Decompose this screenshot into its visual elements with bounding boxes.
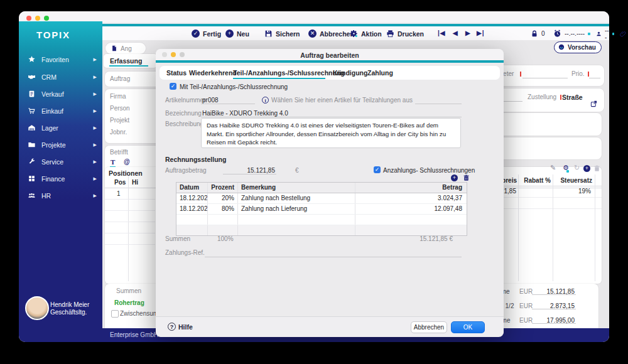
- header-datum[interactable]: Datum: [176, 183, 208, 193]
- at-icon[interactable]: @: [124, 158, 130, 165]
- col-hi[interactable]: Hi: [132, 179, 138, 186]
- tab-zahlung[interactable]: Zahlung: [367, 69, 393, 77]
- close-icon: ✕: [308, 29, 317, 38]
- ok-button[interactable]: OK: [451, 321, 485, 333]
- sidebar-item-einkauf[interactable]: Einkauf ▶: [19, 102, 102, 119]
- teilrechnung-checkbox[interactable]: ✓: [170, 83, 176, 90]
- chevron-right-icon: ▶: [94, 57, 97, 62]
- company-name: Enterprise GmbH: [110, 331, 158, 338]
- sichern-button[interactable]: Sichern: [264, 29, 300, 38]
- header-prozent[interactable]: Prozent: [208, 183, 238, 193]
- header-betrag[interactable]: Betrag: [355, 183, 465, 193]
- edit-pencil-icon[interactable]: ✎: [550, 164, 556, 172]
- drucken-button[interactable]: Drucken: [386, 29, 424, 38]
- sidebar-item-service[interactable]: Service ▶: [19, 153, 102, 170]
- col-pos[interactable]: Pos: [114, 179, 126, 186]
- payment-row[interactable]: 18.12.2024 80% Zahlung nach Lieferung 12…: [176, 204, 467, 215]
- printer-icon: [386, 29, 394, 38]
- chevron-right-icon: ▶: [94, 159, 97, 164]
- star-icon: [28, 55, 36, 63]
- tab-erfassung[interactable]: Erfassung: [110, 57, 142, 65]
- projekt-label: Projekt: [110, 117, 129, 124]
- fertig-button[interactable]: ✓ Fertig: [192, 29, 221, 38]
- payment-row[interactable]: 18.12.2024 20% Zahlung nach Bestellung 3…: [176, 193, 467, 204]
- sidebar-item-label: Service: [41, 158, 63, 166]
- help-circle-icon[interactable]: ?: [168, 323, 176, 331]
- beschreibung-field[interactable]: Das Haibike SDURO Trekking 4.0 ist eines…: [201, 118, 461, 148]
- sidebar-item-crm[interactable]: CRM ▶: [19, 68, 102, 85]
- tab-kuendigung[interactable]: Kündigung: [333, 69, 367, 77]
- summen-bg-label: Summen: [116, 287, 141, 294]
- neu-button[interactable]: + Neu: [225, 29, 249, 38]
- currency-label: EUR: [519, 317, 533, 324]
- attachments-status[interactable]: --: [620, 29, 628, 38]
- last-record-icon[interactable]: ▶|: [477, 29, 485, 36]
- abbrechen-toolbar-button[interactable]: ✕ Abbrechen: [308, 29, 354, 38]
- payment-row-empty[interactable]: [176, 215, 467, 225]
- auftragsbetrag-label: Auftragsbetrag: [165, 167, 207, 174]
- first-record-icon[interactable]: |◀: [438, 29, 446, 36]
- payment-row-empty[interactable]: [176, 225, 467, 235]
- info-icon[interactable]: i: [262, 97, 269, 104]
- artikel-hint: Wählen Sie hier einen Artikel für Teilza…: [271, 97, 413, 104]
- zustellung-label: Zustellung: [528, 94, 556, 100]
- external-link-icon[interactable]: [590, 100, 597, 107]
- vorschau-button[interactable]: Vorschau: [554, 41, 602, 53]
- tab-status[interactable]: Status: [166, 69, 187, 77]
- artikel-extra-field[interactable]: [415, 96, 462, 104]
- zahlungsref-label: Zahlungs-Ref.: [165, 249, 205, 256]
- add-circle-icon[interactable]: +: [583, 165, 590, 172]
- abbrechen-button[interactable]: Abbrechen: [411, 321, 447, 333]
- row-line: [105, 210, 155, 211]
- row-number: 1: [117, 190, 121, 197]
- invoice-icon: [28, 90, 36, 98]
- payments-table-header: Datum Prozent Bemerkung Betrag: [176, 183, 467, 193]
- col-steuersatz[interactable]: Steuersatz: [542, 177, 592, 184]
- previous-record-icon[interactable]: ◀: [453, 29, 458, 36]
- betrifft-label: Betrifft: [110, 149, 128, 156]
- lock-status[interactable]: 0: [531, 29, 545, 38]
- tab-wiederkehrend[interactable]: Wiederkehrend: [189, 69, 237, 77]
- record-tab[interactable]: Ang: [106, 43, 146, 54]
- vertreter-field[interactable]: [522, 70, 568, 78]
- next-record-icon[interactable]: ▶: [465, 29, 471, 36]
- minimize-traffic-light-icon[interactable]: [35, 16, 40, 21]
- currency-symbol: €: [295, 167, 299, 174]
- sidebar-item-verkauf[interactable]: Verkauf ▶: [19, 85, 102, 102]
- table-trash-icon[interactable]: [593, 165, 600, 172]
- zahlungsref-field[interactable]: [205, 249, 462, 257]
- hilfe-label[interactable]: Hilfe: [178, 323, 193, 331]
- assignee-status[interactable]: ---: [596, 29, 614, 38]
- lock-icon: [531, 30, 538, 38]
- col-separator: [518, 174, 519, 281]
- dialog-title: Auftrag bearbeiten: [156, 51, 504, 59]
- sidebar-item-finance[interactable]: Finance ▶: [19, 170, 102, 187]
- refresh-icon[interactable]: ↻: [574, 164, 580, 172]
- sidebar: TOPIX Favoriten ▶ CRM ▶ Verkauf ▶ Einkau…: [19, 21, 102, 328]
- auftrag-bearbeiten-dialog: Auftrag bearbeiten Status Wiederkehrend …: [156, 49, 504, 336]
- sidebar-item-lager[interactable]: Lager ▶: [19, 119, 102, 136]
- wrench-icon: [28, 158, 36, 166]
- header-bemerkung[interactable]: Bemerkung: [238, 183, 355, 193]
- delete-row-icon[interactable]: [463, 174, 470, 181]
- rohertrag-label: Rohertrag: [114, 299, 144, 306]
- anzahlungs-checkbox[interactable]: ✓: [374, 166, 381, 173]
- prio-label: Prio.: [571, 70, 585, 77]
- sidebar-item-favoriten[interactable]: Favoriten ▶: [19, 51, 102, 68]
- dialog-footer: ? Hilfe Abbrechen OK: [156, 316, 504, 337]
- sidebar-item-hr[interactable]: HR ▶: [19, 187, 102, 204]
- tab-teilrechnung[interactable]: Teil-/Anzahlungs-/Schlussrechnung: [233, 69, 345, 77]
- reminder-status[interactable]: --.--.----: [553, 29, 590, 38]
- zwischensumme-checkbox[interactable]: [111, 310, 119, 318]
- text-format-icon[interactable]: T: [111, 158, 115, 166]
- sidebar-item-projekte[interactable]: Projekte ▶: [19, 136, 102, 153]
- avatar[interactable]: [25, 296, 49, 320]
- warehouse-icon: [28, 124, 36, 132]
- currency-label: EUR: [519, 302, 533, 309]
- close-traffic-light-icon[interactable]: [26, 16, 31, 21]
- strasse-label[interactable]: Straße: [562, 94, 583, 101]
- add-row-icon[interactable]: +: [451, 174, 458, 181]
- prio-field[interactable]: [589, 70, 600, 78]
- aktion-button[interactable]: Aktion: [350, 29, 382, 38]
- zoom-traffic-light-icon[interactable]: [44, 16, 49, 21]
